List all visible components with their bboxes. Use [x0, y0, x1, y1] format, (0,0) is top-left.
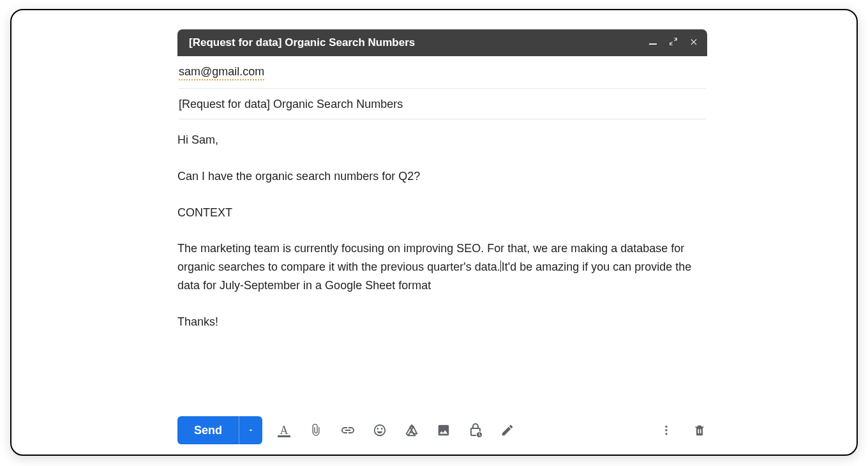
body-greeting: Hi Sam,	[177, 131, 707, 149]
send-button[interactable]: Send	[177, 416, 239, 444]
more-options-icon[interactable]	[659, 423, 674, 438]
drive-icon[interactable]	[404, 423, 419, 438]
compose-title: [Request for data] Organic Search Number…	[189, 36, 648, 49]
svg-point-1	[665, 426, 667, 428]
attach-icon[interactable]	[308, 423, 324, 438]
format-text-icon[interactable]: A	[276, 423, 292, 438]
compose-window: [Request for data] Organic Search Number…	[177, 29, 707, 394]
svg-point-3	[665, 433, 667, 435]
app-window: [Request for data] Organic Search Number…	[10, 9, 858, 456]
signature-icon[interactable]	[500, 423, 515, 438]
window-controls	[648, 37, 698, 49]
svg-point-2	[665, 429, 667, 431]
image-icon[interactable]	[436, 423, 451, 438]
emoji-icon[interactable]	[372, 423, 387, 438]
compose-body[interactable]: Hi Sam, Can I have the organic search nu…	[177, 119, 707, 394]
text-cursor	[500, 260, 501, 272]
minimize-icon[interactable]	[648, 37, 657, 49]
body-signoff: Thanks!	[177, 313, 707, 331]
recipient-chip[interactable]: sam@gmail.com	[179, 65, 264, 80]
compose-header: [Request for data] Organic Search Number…	[177, 29, 707, 56]
send-options-button[interactable]	[239, 416, 262, 444]
confidential-mode-icon[interactable]	[468, 423, 483, 438]
footer-right-actions	[659, 423, 707, 438]
discard-draft-icon[interactable]	[692, 423, 707, 438]
body-line: Can I have the organic search numbers fo…	[177, 167, 707, 186]
close-icon[interactable]	[689, 37, 698, 49]
to-field[interactable]: sam@gmail.com	[179, 56, 706, 89]
subject-field[interactable]: [Request for data] Organic Search Number…	[179, 89, 706, 119]
formatting-toolbar: A	[276, 423, 515, 438]
compose-fields: sam@gmail.com [Request for data] Organic…	[177, 56, 707, 119]
send-button-group: Send	[177, 416, 262, 444]
body-heading: CONTEXT	[177, 204, 707, 222]
body-paragraph: The marketing team is currently focusing…	[177, 239, 707, 294]
fullscreen-icon[interactable]	[669, 37, 678, 49]
compose-footer: Send A	[177, 416, 707, 444]
svg-rect-0	[649, 43, 657, 45]
link-icon[interactable]	[340, 423, 355, 438]
